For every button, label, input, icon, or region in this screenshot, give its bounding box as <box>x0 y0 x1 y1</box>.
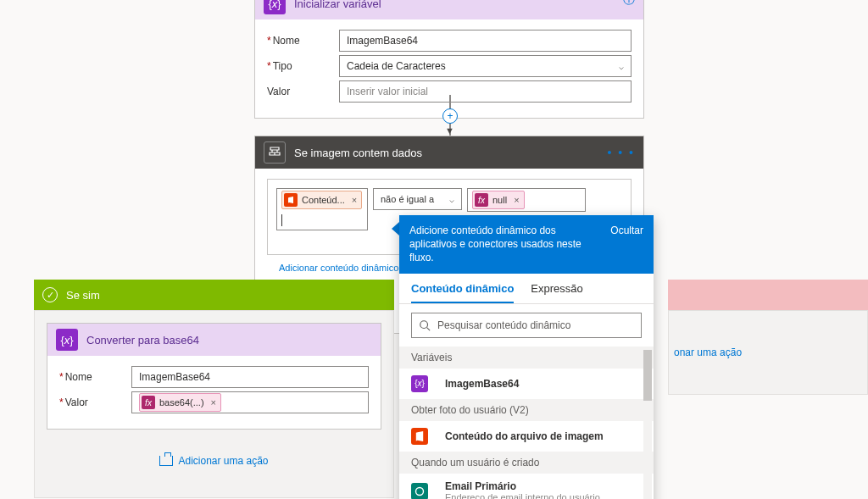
condition-title: Se imagem contem dados <box>294 147 422 159</box>
convert-title: Converter para base64 <box>86 334 199 347</box>
chevron-down-icon: ⌵ <box>449 195 454 204</box>
add-step-button[interactable]: + <box>442 108 458 124</box>
type-select[interactable]: Cadeia de Caracteres⌵ <box>339 55 632 77</box>
flyout-tip: Adicione conteúdo dinâmico dos aplicativ… <box>409 224 604 265</box>
condition-icon <box>264 141 286 164</box>
arrow-down-icon: ▼ <box>445 125 454 136</box>
svg-line-2 <box>427 327 431 330</box>
fx-icon: fx <box>475 193 488 207</box>
add-dynamic-link[interactable]: Adicionar conteúdo dinâmico <box>279 263 398 273</box>
dynamic-content-flyout: Adicione conteúdo dinâmico dos aplicativ… <box>399 215 654 499</box>
dynamic-item-email[interactable]: Email Primário Endereço de email interno… <box>399 474 654 499</box>
info-icon[interactable]: ⓘ <box>623 0 635 8</box>
variable-icon: {x} <box>56 329 78 351</box>
fx-icon: fx <box>142 396 155 409</box>
condition-left-input[interactable]: Conteúd... × <box>276 188 368 230</box>
search-input[interactable]: Pesquisar conteúdo dinâmico <box>411 313 642 338</box>
hide-link[interactable]: Ocultar <box>610 224 643 265</box>
dynamic-item-image-content[interactable]: Conteúdo do arquivo de imagem <box>399 421 654 452</box>
add-action-icon <box>159 456 173 466</box>
tab-dynamic-content[interactable]: Conteúdo dinâmico <box>411 282 514 303</box>
flyout-caret <box>392 222 399 236</box>
remove-token-icon[interactable]: × <box>514 195 519 205</box>
expression-token[interactable]: fx base64(...) × <box>139 393 221 412</box>
group-header: Quando um usuário é criado <box>399 452 654 474</box>
more-button[interactable]: • • • <box>608 146 635 159</box>
variable-icon: {x} <box>264 0 286 14</box>
office-icon <box>411 483 428 499</box>
variable-icon: {x} <box>411 375 428 392</box>
remove-token-icon[interactable]: × <box>211 397 216 408</box>
value-input[interactable]: fx base64(...) × <box>131 391 369 413</box>
tab-expression[interactable]: Expressão <box>531 282 582 303</box>
content-token[interactable]: Conteúd... × <box>281 191 362 209</box>
group-header: Variáveis <box>399 347 654 369</box>
office-icon <box>284 193 298 207</box>
svg-point-1 <box>420 320 428 328</box>
condition-right-input[interactable]: fx null × <box>467 188 586 212</box>
value-input[interactable]: Inserir valor inicial <box>339 80 632 103</box>
init-var-title: Inicializar variável <box>294 0 381 10</box>
expression-token[interactable]: fx null × <box>472 191 525 209</box>
value-label: Valor <box>267 86 339 97</box>
chevron-down-icon: ⌵ <box>619 62 624 71</box>
name-label: Nome <box>59 371 131 383</box>
name-label: Nome <box>267 35 339 47</box>
dynamic-item-imagembase64[interactable]: {x} ImagemBase64 <box>399 369 654 399</box>
add-action-link[interactable]: Adicionar uma ação <box>159 455 268 467</box>
group-header: Obter foto do usuário (V2) <box>399 399 654 421</box>
add-action-link-no[interactable]: onar uma ação <box>674 347 742 358</box>
svg-point-3 <box>416 487 424 495</box>
value-label: Valor <box>59 396 131 408</box>
operator-select[interactable]: não é igual a⌵ <box>373 188 462 210</box>
search-icon <box>419 319 431 331</box>
office-icon <box>411 428 428 445</box>
check-icon: ✓ <box>42 287 58 302</box>
no-branch-header <box>668 280 868 310</box>
name-input[interactable]: ImagemBase64 <box>131 366 369 388</box>
scrollbar[interactable] <box>643 347 652 499</box>
type-label: Tipo <box>267 60 339 72</box>
yes-branch-header: ✓ Se sim <box>34 280 394 310</box>
remove-token-icon[interactable]: × <box>352 195 357 205</box>
name-input[interactable]: ImagemBase64 <box>339 30 632 52</box>
